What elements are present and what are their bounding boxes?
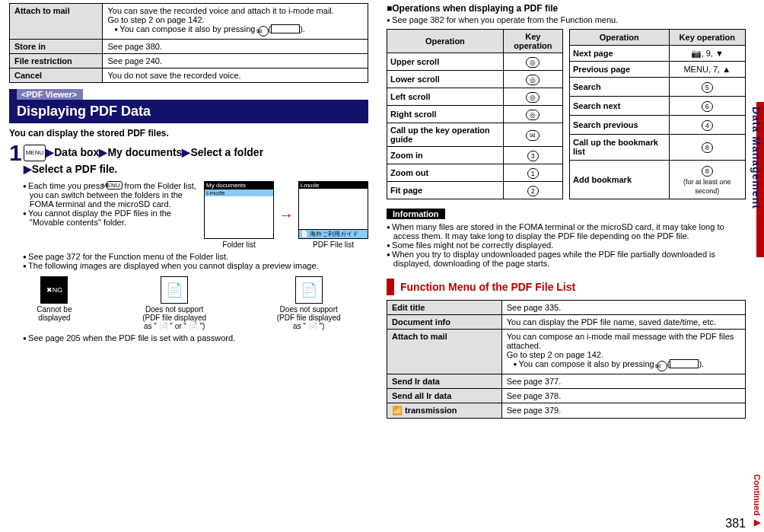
softkey-icon	[670, 359, 699, 368]
nav-key-icon: ◎	[526, 75, 540, 85]
fn-body: You can save the recorded voice and atta…	[103, 4, 368, 40]
pdf-viewer-tag: <PDF Viewer>	[9, 89, 83, 100]
fn-body: See page 378.	[501, 389, 745, 403]
fn-label: Store in	[10, 40, 103, 54]
table-row: Document info You can display the PDF fi…	[387, 315, 746, 330]
numeric-key-icon: 3	[527, 151, 539, 161]
pdf-file-list-shot: i-mode 📄 海外ご利用ガイド	[298, 181, 368, 239]
mail-key-icon: ✉	[526, 130, 540, 141]
fn-body: See page 379.	[501, 403, 745, 419]
step-text: MENU▶Data box▶My documents▶Select a fold…	[24, 143, 263, 177]
ops-sub: See page 382 for when you operate from t…	[393, 15, 746, 24]
note: See page 205 when the PDF file is set wi…	[16, 333, 368, 342]
fn-label: Attach to mail	[10, 4, 103, 40]
arrow-icon: ▶	[182, 146, 190, 158]
mail-key-icon: ✉	[657, 361, 667, 371]
fn-label: 📶 transmission	[387, 403, 502, 419]
numeric-key-icon: 2	[527, 186, 539, 196]
operation-tables: OperationKey operation Upper scroll◎ Low…	[387, 29, 746, 199]
numeric-key-icon: 8	[702, 142, 713, 153]
folder-list-shot: My documents i-mode	[204, 181, 274, 239]
table-row: Edit title See page 335.	[387, 301, 746, 315]
softkey-icon	[271, 24, 300, 33]
numeric-key-icon: 5	[702, 82, 713, 93]
fn-body: You can compose an i-mode mail message w…	[501, 330, 745, 374]
pdf-file-list-fn-table: Edit title See page 335. Document info Y…	[387, 300, 746, 419]
arrow-icon: ▶	[24, 163, 32, 175]
pdf-viewer-title: Displaying PDF Data	[9, 100, 368, 123]
info-item: When many files are stored in the FOMA t…	[393, 222, 746, 241]
numeric-key-icon: 8	[702, 166, 713, 177]
step-1: 1 MENU▶Data box▶My documents▶Select a fo…	[9, 143, 368, 177]
menu-key-icon: MENU	[107, 181, 123, 190]
fn-label: Attach to mail	[387, 330, 502, 374]
information-chip: Information	[387, 209, 445, 219]
arrow-icon: ▶	[46, 146, 54, 158]
table-row: Attach to mail You can save the recorded…	[10, 4, 368, 40]
fn-label: File restriction	[10, 54, 103, 68]
info-item: When you try to display undownloaded pag…	[393, 250, 746, 268]
arrow-icon: ▶	[99, 146, 107, 158]
thumb-unsupported-a: 📄 Does not support (PDF file displayed a…	[142, 276, 206, 330]
table-row: Attach to mail You can compose an i-mode…	[387, 330, 746, 374]
fn-body: You can display the PDF file name, saved…	[501, 315, 745, 330]
information-box: Information When many files are stored i…	[387, 209, 746, 268]
table-row: Send Ir data See page 377.	[387, 374, 746, 389]
function-menu-heading: Function Menu of the PDF File List	[387, 279, 746, 295]
nav-key-icon: ◎	[526, 57, 540, 68]
nav-key-icon: ◎	[526, 110, 540, 120]
pdf-icon: 📄	[161, 276, 188, 304]
fn-label: Cancel	[10, 68, 103, 83]
recorded-voice-fn-table: Attach to mail You can save the recorded…	[9, 3, 368, 83]
menu-key-icon: MENU	[24, 145, 46, 161]
screenshots: My documents i-mode Folder list → i-mode…	[204, 181, 368, 249]
table-row: Cancel You do not save the recorded voic…	[10, 68, 368, 83]
thumb-cannot-display: ✖NG Cannot be displayed	[37, 276, 72, 330]
op-table-right: OperationKey operation Next page📷, 9, ▼ …	[569, 29, 746, 199]
thumb-unsupported-b: 📄 Does not support (PDF file displayed a…	[277, 276, 341, 330]
continued-label: Continued ▶	[753, 474, 762, 527]
step-notes: Each time you press MENU from the Folder…	[9, 181, 198, 249]
info-item: Some files might not be correctly displa…	[393, 241, 746, 250]
table-row: 📶 transmission See page 379.	[387, 403, 746, 419]
fn-label: Send all Ir data	[387, 389, 502, 403]
table-row: Store in See page 380.	[10, 40, 368, 54]
right-column: ■Operations when displaying a PDF file S…	[387, 3, 746, 419]
numeric-key-icon: 1	[527, 168, 539, 179]
fn-label: Document info	[387, 315, 502, 330]
table-row: File restriction See page 240.	[10, 54, 368, 68]
fn-body: See page 240.	[103, 54, 368, 68]
op-table-left: OperationKey operation Upper scroll◎ Low…	[387, 29, 563, 199]
key-combo: MENU, 7, ▲	[669, 62, 745, 78]
note: See page 372 for the Function menu of th…	[30, 252, 368, 261]
fn-label: Send Ir data	[387, 374, 502, 389]
fn-label: Edit title	[387, 301, 502, 315]
page-number: 381	[725, 517, 746, 530]
ops-heading: ■Operations when displaying a PDF file	[387, 3, 746, 14]
preview-thumbnails: ✖NG Cannot be displayed 📄 Does not suppo…	[9, 276, 368, 330]
key-combo: 📷, 9, ▼	[669, 45, 745, 62]
mail-key-icon: ✉	[258, 26, 269, 37]
nav-key-icon: ◎	[526, 92, 540, 103]
fn-body: You do not save the recorded voice.	[103, 68, 368, 83]
fn-body: See page 377.	[501, 374, 745, 389]
numeric-key-icon: 6	[702, 101, 713, 112]
ng-icon: ✖NG	[40, 276, 68, 304]
left-column: Attach to mail You can save the recorded…	[9, 3, 368, 419]
note: The following images are displayed when …	[30, 261, 368, 270]
numeric-key-icon: 4	[702, 120, 713, 131]
arrow-icon: →	[279, 206, 294, 224]
fn-body: See page 335.	[501, 301, 745, 315]
step-number: 1	[9, 143, 22, 163]
pdf-icon: 📄	[295, 276, 323, 304]
pdf-intro: You can display the stored PDF files.	[9, 128, 368, 139]
table-row: Send all Ir data See page 378.	[387, 389, 746, 403]
fn-body: See page 380.	[103, 40, 368, 54]
section-tab: Data Management	[750, 107, 762, 209]
